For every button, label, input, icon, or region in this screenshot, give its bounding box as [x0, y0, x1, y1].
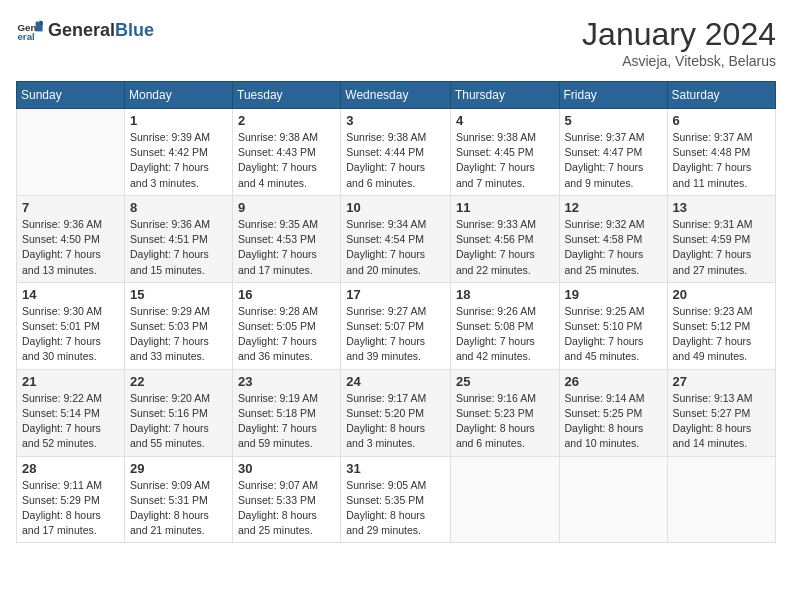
day-info: Sunrise: 9:17 AMSunset: 5:20 PMDaylight:… — [346, 391, 445, 452]
calendar-table: SundayMondayTuesdayWednesdayThursdayFrid… — [16, 81, 776, 543]
page-header: Gen eral GeneralBlue January 2024 Asviej… — [16, 16, 776, 69]
day-number: 20 — [673, 287, 770, 302]
day-info: Sunrise: 9:28 AMSunset: 5:05 PMDaylight:… — [238, 304, 335, 365]
weekday-header-sunday: Sunday — [17, 82, 125, 109]
calendar-cell: 4Sunrise: 9:38 AMSunset: 4:45 PMDaylight… — [450, 109, 559, 196]
week-row-5: 28Sunrise: 9:11 AMSunset: 5:29 PMDayligh… — [17, 456, 776, 543]
location: Asvieja, Vitebsk, Belarus — [582, 53, 776, 69]
day-number: 26 — [565, 374, 662, 389]
day-number: 14 — [22, 287, 119, 302]
day-info: Sunrise: 9:29 AMSunset: 5:03 PMDaylight:… — [130, 304, 227, 365]
day-info: Sunrise: 9:32 AMSunset: 4:58 PMDaylight:… — [565, 217, 662, 278]
day-number: 21 — [22, 374, 119, 389]
weekday-header-saturday: Saturday — [667, 82, 775, 109]
calendar-cell: 15Sunrise: 9:29 AMSunset: 5:03 PMDayligh… — [125, 282, 233, 369]
weekday-header-friday: Friday — [559, 82, 667, 109]
day-info: Sunrise: 9:11 AMSunset: 5:29 PMDaylight:… — [22, 478, 119, 539]
day-info: Sunrise: 9:37 AMSunset: 4:47 PMDaylight:… — [565, 130, 662, 191]
calendar-cell: 12Sunrise: 9:32 AMSunset: 4:58 PMDayligh… — [559, 195, 667, 282]
calendar-cell: 22Sunrise: 9:20 AMSunset: 5:16 PMDayligh… — [125, 369, 233, 456]
week-row-1: 1Sunrise: 9:39 AMSunset: 4:42 PMDaylight… — [17, 109, 776, 196]
week-row-3: 14Sunrise: 9:30 AMSunset: 5:01 PMDayligh… — [17, 282, 776, 369]
day-number: 8 — [130, 200, 227, 215]
calendar-cell: 28Sunrise: 9:11 AMSunset: 5:29 PMDayligh… — [17, 456, 125, 543]
day-number: 6 — [673, 113, 770, 128]
calendar-cell: 14Sunrise: 9:30 AMSunset: 5:01 PMDayligh… — [17, 282, 125, 369]
calendar-cell: 8Sunrise: 9:36 AMSunset: 4:51 PMDaylight… — [125, 195, 233, 282]
calendar-cell: 13Sunrise: 9:31 AMSunset: 4:59 PMDayligh… — [667, 195, 775, 282]
calendar-cell: 24Sunrise: 9:17 AMSunset: 5:20 PMDayligh… — [341, 369, 451, 456]
weekday-header-row: SundayMondayTuesdayWednesdayThursdayFrid… — [17, 82, 776, 109]
calendar-cell: 26Sunrise: 9:14 AMSunset: 5:25 PMDayligh… — [559, 369, 667, 456]
calendar-cell: 2Sunrise: 9:38 AMSunset: 4:43 PMDaylight… — [233, 109, 341, 196]
day-number: 4 — [456, 113, 554, 128]
month-title: January 2024 — [582, 16, 776, 53]
day-info: Sunrise: 9:31 AMSunset: 4:59 PMDaylight:… — [673, 217, 770, 278]
day-number: 30 — [238, 461, 335, 476]
day-number: 15 — [130, 287, 227, 302]
day-info: Sunrise: 9:30 AMSunset: 5:01 PMDaylight:… — [22, 304, 119, 365]
calendar-cell: 7Sunrise: 9:36 AMSunset: 4:50 PMDaylight… — [17, 195, 125, 282]
day-number: 1 — [130, 113, 227, 128]
calendar-cell: 17Sunrise: 9:27 AMSunset: 5:07 PMDayligh… — [341, 282, 451, 369]
calendar-cell: 27Sunrise: 9:13 AMSunset: 5:27 PMDayligh… — [667, 369, 775, 456]
day-number: 19 — [565, 287, 662, 302]
day-number: 31 — [346, 461, 445, 476]
calendar-cell: 10Sunrise: 9:34 AMSunset: 4:54 PMDayligh… — [341, 195, 451, 282]
weekday-header-thursday: Thursday — [450, 82, 559, 109]
day-info: Sunrise: 9:25 AMSunset: 5:10 PMDaylight:… — [565, 304, 662, 365]
calendar-cell: 1Sunrise: 9:39 AMSunset: 4:42 PMDaylight… — [125, 109, 233, 196]
logo-icon: Gen eral — [16, 16, 44, 44]
day-info: Sunrise: 9:23 AMSunset: 5:12 PMDaylight:… — [673, 304, 770, 365]
calendar-cell — [17, 109, 125, 196]
day-number: 27 — [673, 374, 770, 389]
calendar-cell — [559, 456, 667, 543]
calendar-cell: 11Sunrise: 9:33 AMSunset: 4:56 PMDayligh… — [450, 195, 559, 282]
calendar-cell: 18Sunrise: 9:26 AMSunset: 5:08 PMDayligh… — [450, 282, 559, 369]
day-number: 9 — [238, 200, 335, 215]
calendar-cell: 31Sunrise: 9:05 AMSunset: 5:35 PMDayligh… — [341, 456, 451, 543]
day-info: Sunrise: 9:26 AMSunset: 5:08 PMDaylight:… — [456, 304, 554, 365]
calendar-cell: 29Sunrise: 9:09 AMSunset: 5:31 PMDayligh… — [125, 456, 233, 543]
logo-text-blue: Blue — [115, 20, 154, 40]
weekday-header-tuesday: Tuesday — [233, 82, 341, 109]
day-info: Sunrise: 9:38 AMSunset: 4:44 PMDaylight:… — [346, 130, 445, 191]
day-number: 24 — [346, 374, 445, 389]
day-info: Sunrise: 9:38 AMSunset: 4:45 PMDaylight:… — [456, 130, 554, 191]
day-info: Sunrise: 9:13 AMSunset: 5:27 PMDaylight:… — [673, 391, 770, 452]
day-info: Sunrise: 9:20 AMSunset: 5:16 PMDaylight:… — [130, 391, 227, 452]
day-info: Sunrise: 9:39 AMSunset: 4:42 PMDaylight:… — [130, 130, 227, 191]
calendar-cell: 9Sunrise: 9:35 AMSunset: 4:53 PMDaylight… — [233, 195, 341, 282]
day-info: Sunrise: 9:09 AMSunset: 5:31 PMDaylight:… — [130, 478, 227, 539]
weekday-header-monday: Monday — [125, 82, 233, 109]
calendar-cell: 6Sunrise: 9:37 AMSunset: 4:48 PMDaylight… — [667, 109, 775, 196]
day-number: 12 — [565, 200, 662, 215]
day-number: 7 — [22, 200, 119, 215]
day-number: 25 — [456, 374, 554, 389]
calendar-cell: 16Sunrise: 9:28 AMSunset: 5:05 PMDayligh… — [233, 282, 341, 369]
day-info: Sunrise: 9:27 AMSunset: 5:07 PMDaylight:… — [346, 304, 445, 365]
title-block: January 2024 Asvieja, Vitebsk, Belarus — [582, 16, 776, 69]
day-number: 5 — [565, 113, 662, 128]
day-info: Sunrise: 9:22 AMSunset: 5:14 PMDaylight:… — [22, 391, 119, 452]
logo-text-general: General — [48, 20, 115, 40]
day-number: 29 — [130, 461, 227, 476]
day-number: 2 — [238, 113, 335, 128]
day-number: 17 — [346, 287, 445, 302]
weekday-header-wednesday: Wednesday — [341, 82, 451, 109]
calendar-cell — [450, 456, 559, 543]
calendar-cell: 21Sunrise: 9:22 AMSunset: 5:14 PMDayligh… — [17, 369, 125, 456]
day-number: 13 — [673, 200, 770, 215]
day-number: 10 — [346, 200, 445, 215]
calendar-cell: 3Sunrise: 9:38 AMSunset: 4:44 PMDaylight… — [341, 109, 451, 196]
day-info: Sunrise: 9:35 AMSunset: 4:53 PMDaylight:… — [238, 217, 335, 278]
day-info: Sunrise: 9:16 AMSunset: 5:23 PMDaylight:… — [456, 391, 554, 452]
day-number: 18 — [456, 287, 554, 302]
day-info: Sunrise: 9:19 AMSunset: 5:18 PMDaylight:… — [238, 391, 335, 452]
day-info: Sunrise: 9:33 AMSunset: 4:56 PMDaylight:… — [456, 217, 554, 278]
logo: Gen eral GeneralBlue — [16, 16, 154, 44]
svg-text:eral: eral — [17, 31, 35, 42]
week-row-4: 21Sunrise: 9:22 AMSunset: 5:14 PMDayligh… — [17, 369, 776, 456]
day-info: Sunrise: 9:07 AMSunset: 5:33 PMDaylight:… — [238, 478, 335, 539]
day-number: 22 — [130, 374, 227, 389]
